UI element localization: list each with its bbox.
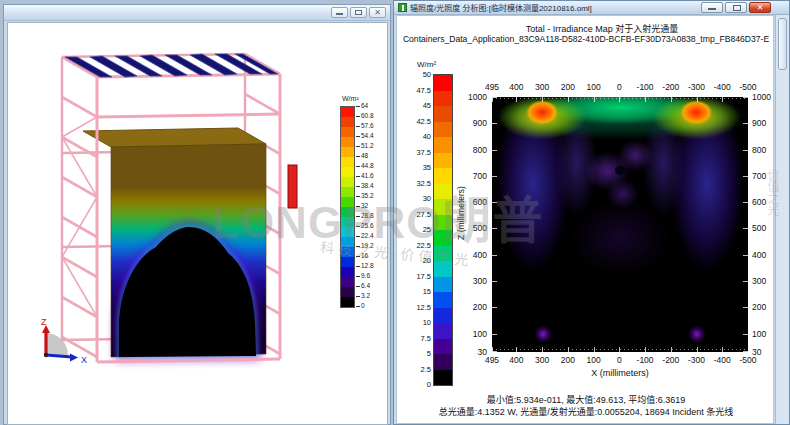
legend-band xyxy=(434,308,452,324)
legend-label: 19.2 xyxy=(356,242,374,249)
legend-band xyxy=(434,75,452,91)
y-tick-label: 100 xyxy=(453,329,487,339)
close-icon[interactable]: ✕ xyxy=(369,7,386,18)
legend-label: 38.4 xyxy=(356,182,374,189)
legend-label: 22.4 xyxy=(356,232,374,239)
red-marker xyxy=(288,165,297,208)
legend-label: 0 xyxy=(356,302,365,309)
legend-label: 32 xyxy=(356,202,368,209)
legend-label: 44.8 xyxy=(356,162,374,169)
legend-label: 40 xyxy=(409,132,431,141)
legend-label: 27.5 xyxy=(409,210,431,219)
legend-band xyxy=(341,227,354,237)
legend-band xyxy=(341,217,354,227)
legend-band xyxy=(434,354,452,370)
legend-label: 41.6 xyxy=(356,172,374,179)
plot-tick xyxy=(743,123,748,124)
plot-tick xyxy=(516,347,517,352)
minimize-button[interactable] xyxy=(701,2,723,13)
plot-tick xyxy=(492,255,497,256)
legend-label: 15 xyxy=(409,287,431,296)
legend-label: 48 xyxy=(356,152,368,159)
legend-band xyxy=(341,137,354,147)
legend-band xyxy=(341,287,354,297)
legend-label: 45 xyxy=(409,101,431,110)
window-title: 辐照度/光照度 分析图:[临时模体测量20210816.oml] xyxy=(410,2,701,13)
minimize-button[interactable] xyxy=(331,7,348,18)
y-tick-label: 30 xyxy=(453,347,487,357)
legend-band xyxy=(341,297,354,307)
phantom-box xyxy=(83,128,266,357)
left-colorbar: W/m² 6460.857.654.451.24844.841.638.435.… xyxy=(338,95,386,319)
plot-tick xyxy=(743,351,748,352)
y-tick-label: 300 xyxy=(453,276,487,286)
heatmap-void xyxy=(615,166,625,175)
legend-band xyxy=(341,197,354,207)
legend-band xyxy=(434,184,452,200)
legend-label: 12.5 xyxy=(409,303,431,312)
left-window-titlebar[interactable]: ✕ xyxy=(4,5,390,21)
app-root: ✕ xyxy=(0,0,790,425)
plot-tick xyxy=(743,176,748,177)
legend-band xyxy=(434,339,452,355)
maximize-button[interactable] xyxy=(725,2,747,13)
legend-label: 9.6 xyxy=(356,272,370,279)
scrollbar-thumb[interactable] xyxy=(778,18,787,70)
plot-tick xyxy=(516,97,517,102)
plot-tick xyxy=(748,97,749,102)
model-view-window: ✕ xyxy=(3,4,391,425)
x-axis-title: X (millimeters) xyxy=(492,368,748,378)
legend-band xyxy=(341,167,354,177)
legend-label: 20 xyxy=(409,256,431,265)
z-axis-label: Z xyxy=(41,317,47,327)
legend-label: 30 xyxy=(409,194,431,203)
y-tick-label: 800 xyxy=(453,145,487,155)
plot-tick xyxy=(492,202,497,203)
3d-viewport[interactable]: Z X W/m² 6460.857.654.451.24844.841.638.… xyxy=(7,22,388,425)
legend-label: 47.5 xyxy=(409,86,431,95)
plot-tick xyxy=(492,176,497,177)
right-window-titlebar[interactable]: 辐照度/光照度 分析图:[临时模体测量20210816.oml] ✕ xyxy=(394,1,789,15)
plot-tick xyxy=(722,347,723,352)
window-icon xyxy=(398,3,407,12)
right-colorbar-unit: W/m² xyxy=(417,60,436,69)
legend-band xyxy=(434,246,452,262)
legend-band xyxy=(341,117,354,127)
legend-label: 51.2 xyxy=(356,142,374,149)
plot-tick xyxy=(492,150,497,151)
legend-band xyxy=(434,277,452,293)
legend-label: 37.5 xyxy=(409,148,431,157)
plot-tick xyxy=(492,97,497,98)
heatmap-plot[interactable] xyxy=(492,97,748,352)
plot-tick xyxy=(492,228,497,229)
plot-tick xyxy=(722,97,723,102)
plot-tick xyxy=(748,347,749,352)
plot-tick xyxy=(743,202,748,203)
legend-label: 42.5 xyxy=(409,117,431,126)
legend-band xyxy=(434,153,452,169)
legend-band xyxy=(434,137,452,153)
legend-label: 10 xyxy=(409,318,431,327)
legend-label: 22.5 xyxy=(409,241,431,250)
heatmap-blobs xyxy=(492,97,748,352)
vertical-scrollbar[interactable] xyxy=(775,15,789,424)
irradiance-map-window: 辐照度/光照度 分析图:[临时模体测量20210816.oml] ✕ Total… xyxy=(393,0,790,425)
plot-tick xyxy=(542,347,543,352)
close-icon[interactable]: ✕ xyxy=(749,2,771,13)
legend-band xyxy=(434,230,452,246)
plot-tick xyxy=(492,334,497,335)
rack-left-side xyxy=(62,57,97,357)
legend-label: 17.5 xyxy=(409,272,431,281)
plot-tick xyxy=(492,123,497,124)
plot-tick xyxy=(619,347,620,352)
left-legend-bar xyxy=(340,106,355,308)
restore-button[interactable] xyxy=(350,7,367,18)
plot-tick xyxy=(594,347,595,352)
stats-line-2: 总光通量:4.1352 W, 光通量/发射光通量:0.0055204, 1869… xyxy=(397,405,775,418)
legend-band xyxy=(341,157,354,167)
legend-band xyxy=(341,147,354,157)
legend-label: 2.5 xyxy=(409,365,431,374)
legend-band xyxy=(434,370,452,386)
plot-tick xyxy=(568,347,569,352)
legend-label: 57.6 xyxy=(356,122,374,129)
